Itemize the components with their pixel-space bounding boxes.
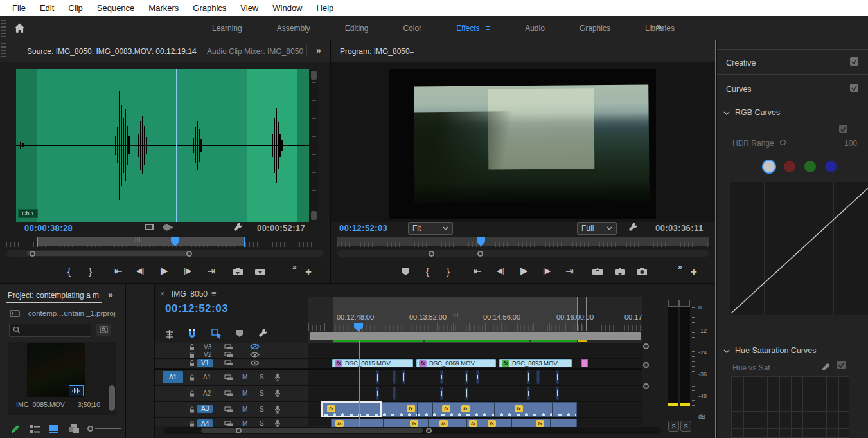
goto-out-button[interactable]: ⇥ — [207, 266, 215, 277]
track-name[interactable]: A1 — [203, 374, 211, 381]
menu-markers[interactable]: Markers — [141, 3, 186, 13]
timeline-display-settings-icon[interactable] — [164, 329, 175, 340]
play-button[interactable]: ▶ — [161, 265, 168, 277]
track-output-eye-icon[interactable] — [250, 352, 260, 358]
track-v1[interactable]: V1 fx DSC_0015.MOV fx DSC_0069.MOV fx DS… — [155, 358, 642, 368]
hue-vs-sat-checkbox[interactable] — [837, 361, 846, 369]
mark-in-button[interactable]: { — [426, 266, 429, 277]
source-in-marker[interactable] — [37, 237, 38, 247]
sync-lock-icon[interactable] — [224, 421, 233, 427]
curve-channel-green[interactable] — [804, 161, 816, 172]
hue-sat-collapse-icon[interactable] — [723, 349, 730, 353]
scrollbar-handle-left[interactable] — [236, 428, 242, 433]
extract-button[interactable] — [614, 267, 626, 277]
drag-audio-icon[interactable] — [162, 224, 173, 231]
home-icon[interactable] — [13, 22, 26, 34]
audio-clip-sliver[interactable] — [393, 370, 396, 384]
solo-channel-1-button[interactable]: S — [668, 421, 679, 432]
freeform-view-button[interactable] — [68, 424, 80, 433]
ruler-center-grip[interactable]: ||| — [135, 236, 141, 242]
track-scroll-handle[interactable] — [643, 383, 649, 389]
lift-button[interactable] — [591, 267, 604, 277]
mark-out-button[interactable]: } — [89, 266, 92, 277]
audio-clip-sliver[interactable] — [536, 370, 540, 384]
step-forward-button[interactable]: |▶ — [184, 266, 191, 275]
timeline-playhead-line[interactable] — [359, 331, 360, 428]
menu-sequence[interactable]: Sequence — [90, 3, 142, 13]
workspace-overflow-button[interactable]: » — [657, 21, 662, 32]
hue-sat-curve-grid[interactable] — [731, 376, 849, 438]
sync-lock-icon[interactable] — [224, 360, 233, 366]
audio-clip-sliver[interactable] — [440, 370, 443, 384]
play-button[interactable]: ▶ — [520, 265, 528, 277]
mute-button[interactable]: M — [242, 374, 247, 381]
add-marker-button[interactable] — [402, 267, 410, 276]
menu-window[interactable]: Window — [265, 3, 309, 13]
section-creative[interactable]: Creative — [726, 59, 756, 68]
section-rgb-curves[interactable]: RGB Curves — [735, 108, 780, 117]
eyedropper-icon[interactable] — [822, 362, 831, 371]
zoom-handle-right[interactable] — [477, 251, 483, 257]
track-a3[interactable]: A3 M S fx fx fx fx fx — [155, 401, 642, 417]
track-output-eye-icon[interactable] — [250, 360, 260, 366]
ruler-center-grip[interactable]: ||| — [453, 311, 459, 317]
audio-clip-sliver[interactable] — [556, 387, 559, 400]
zoom-handle-right[interactable] — [186, 251, 192, 257]
list-view-button[interactable] — [30, 425, 40, 433]
program-settings-wrench-icon[interactable] — [628, 222, 638, 232]
curves-checkbox[interactable] — [850, 84, 858, 92]
timeline-horizontal-scrollbar[interactable] — [164, 427, 661, 434]
transport-overflow[interactable]: » — [292, 262, 297, 271]
audio-clip-sliver[interactable] — [556, 370, 559, 384]
bin-scrollbar[interactable] — [109, 385, 115, 411]
button-editor-add[interactable]: + — [305, 266, 312, 278]
source-settings-wrench-icon[interactable] — [233, 222, 243, 232]
hdr-range-slider-handle[interactable] — [780, 140, 786, 145]
track-v3[interactable]: V3 — [155, 343, 642, 351]
clip-name[interactable]: IMG_0085.MOV — [16, 401, 65, 408]
lock-icon[interactable] — [189, 390, 196, 397]
audio-clip-sliver[interactable] — [376, 370, 379, 384]
sync-lock-icon[interactable] — [224, 352, 233, 358]
audio-clip-sliver[interactable] — [476, 370, 479, 384]
solo-button[interactable]: S — [260, 420, 264, 427]
tab-effects[interactable]: Effects — [456, 24, 479, 33]
source-tab[interactable]: Source: IMG_8050: IMG_0083.MOV: 00:12:19… — [27, 47, 197, 56]
program-video-area[interactable] — [331, 62, 715, 222]
thumbnail-zoom-track[interactable] — [95, 428, 121, 429]
track-v2[interactable]: V2 — [155, 351, 642, 358]
project-panel-overflow[interactable]: » — [108, 289, 113, 300]
zoom-level-select[interactable]: Fit — [408, 222, 453, 235]
panel-focus-divider[interactable] — [715, 40, 716, 438]
track-scroll-handle[interactable] — [643, 362, 649, 368]
tab-color[interactable]: Color — [403, 24, 421, 33]
sync-lock-icon[interactable] — [224, 374, 233, 381]
transport-overflow[interactable]: » — [678, 262, 682, 271]
menu-graphics[interactable]: Graphics — [186, 3, 233, 13]
timeline-tab[interactable]: IMG_8050 — [172, 289, 208, 298]
lock-icon[interactable] — [189, 374, 196, 381]
audio-clip-sliver[interactable] — [440, 387, 443, 400]
menu-help[interactable]: Help — [310, 3, 341, 13]
source-tab-menu-icon[interactable]: ≡ — [191, 46, 197, 56]
effects-tab-menu-icon[interactable]: ≡ — [486, 23, 491, 33]
source-patch-a1[interactable]: A1 — [163, 371, 183, 383]
icon-view-button[interactable] — [49, 424, 59, 433]
timeline-tab-menu-icon[interactable]: ≡ — [211, 289, 217, 298]
track-name[interactable]: V2 — [204, 351, 211, 358]
video-clip[interactable]: fx DSC_0069.MOV — [416, 359, 496, 367]
clip-thumbnail[interactable] — [27, 343, 85, 397]
menu-edit[interactable]: Edit — [33, 3, 61, 13]
timeline-tab-close[interactable]: × — [160, 289, 164, 298]
track-a4[interactable]: A4 M S fx fx fx fx fx fx — [155, 417, 642, 428]
audio-clip-sliver[interactable] — [527, 370, 530, 384]
goto-in-button[interactable]: ⇤ — [114, 266, 123, 277]
zoom-handle-left[interactable] — [30, 251, 35, 257]
search-box[interactable] — [9, 324, 91, 337]
timeline-add-marker-icon[interactable] — [236, 329, 244, 338]
waveform-vertical-scrollbar[interactable] — [310, 69, 318, 222]
track-name[interactable]: A2 — [203, 390, 211, 397]
playback-quality-select[interactable]: Full — [577, 222, 617, 235]
sync-lock-icon[interactable] — [224, 344, 233, 350]
rgb-curves-collapse-icon[interactable] — [723, 111, 730, 115]
